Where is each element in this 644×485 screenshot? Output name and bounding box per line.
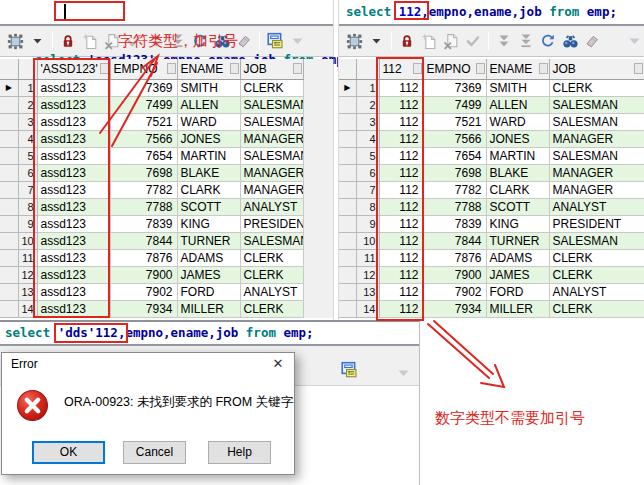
grid-cell[interactable]: 7900 (423, 266, 486, 283)
grid-cell[interactable]: BLAKE (486, 164, 549, 181)
grid-cell[interactable]: CLERK (240, 249, 303, 266)
help-button[interactable]: Help (208, 441, 271, 464)
grid-cell[interactable]: KING (177, 215, 240, 232)
grid-cell[interactable]: JONES (177, 130, 240, 147)
row-number[interactable]: 3 (356, 113, 379, 130)
column-header[interactable]: JOB (240, 59, 303, 79)
grid-cell[interactable]: assd123 (37, 266, 110, 283)
grid-cell[interactable]: 7499 (423, 96, 486, 113)
grid-cell[interactable]: assd123 (37, 249, 110, 266)
grid-cell[interactable]: 7369 (110, 79, 177, 96)
grid-cell[interactable]: SALESMAN (549, 113, 644, 130)
grid-cell[interactable]: 7844 (110, 232, 177, 249)
grid-cell[interactable]: MARTIN (177, 147, 240, 164)
row-number[interactable]: 8 (356, 198, 379, 215)
grid-cell[interactable]: 112 (379, 232, 423, 249)
column-header[interactable]: EMPNO (423, 59, 486, 79)
grid-cell[interactable]: SALESMAN (240, 232, 303, 249)
grid-cell[interactable]: SALESMAN (240, 113, 303, 130)
grid-cell[interactable]: SMITH (177, 79, 240, 96)
grid-cell[interactable]: PRESIDENT (549, 215, 644, 232)
grid-cell[interactable]: 7876 (110, 249, 177, 266)
grid-cell[interactable]: MARTIN (486, 147, 549, 164)
row-number[interactable]: 1 (356, 79, 379, 96)
grid-cell[interactable]: 112 (379, 215, 423, 232)
grid-cell[interactable]: 7566 (423, 130, 486, 147)
find-icon[interactable] (560, 31, 580, 51)
grid-cell[interactable]: 7499 (110, 96, 177, 113)
grid-cell[interactable]: 7654 (110, 147, 177, 164)
grid-cell[interactable]: assd123 (37, 198, 110, 215)
row-number[interactable]: 7 (356, 181, 379, 198)
grid-cell[interactable]: ADAMS (486, 249, 549, 266)
grid-cell[interactable]: CLERK (549, 79, 644, 96)
grid-cell[interactable]: CLERK (240, 300, 303, 317)
grid-cell[interactable]: assd123 (37, 147, 110, 164)
dropdown-icon[interactable] (366, 31, 386, 51)
grid-cell[interactable]: MANAGER (549, 181, 644, 198)
grid-cell[interactable]: 112 (379, 249, 423, 266)
grid-cell[interactable]: assd123 (37, 164, 110, 181)
grid-cell[interactable]: MANAGER (240, 130, 303, 147)
grid-cell[interactable]: TURNER (177, 232, 240, 249)
refresh-icon[interactable] (538, 31, 558, 51)
row-number[interactable]: 5 (18, 147, 37, 164)
grid-cell[interactable]: WARD (486, 113, 549, 130)
grid-cell[interactable]: SALESMAN (549, 96, 644, 113)
grid-cell[interactable]: 7369 (423, 79, 486, 96)
row-number[interactable]: 13 (18, 283, 37, 300)
grid-cell[interactable]: CLARK (177, 181, 240, 198)
grid-cell[interactable]: assd123 (37, 300, 110, 317)
grid-cell[interactable]: WARD (177, 113, 240, 130)
more-dropdown-icon[interactable] (393, 363, 413, 383)
column-header[interactable]: 112 (379, 59, 423, 79)
row-number[interactable]: 14 (356, 300, 379, 317)
eraser-icon[interactable] (582, 31, 602, 51)
grid-cell[interactable]: assd123 (37, 215, 110, 232)
grid-cell[interactable]: 7900 (110, 266, 177, 283)
grid-cell[interactable]: assd123 (37, 96, 110, 113)
grid-cell[interactable]: 7902 (110, 283, 177, 300)
row-number[interactable]: 4 (18, 130, 37, 147)
grid-cell[interactable]: 7698 (423, 164, 486, 181)
grid-cell[interactable]: 112 (379, 283, 423, 300)
column-header[interactable]: ENAME (177, 59, 240, 79)
lock-icon[interactable] (397, 31, 417, 51)
grid-cell[interactable]: 7934 (423, 300, 486, 317)
more-icon[interactable] (624, 31, 644, 51)
column-header[interactable]: 'ASSD123' (37, 59, 110, 79)
close-icon[interactable]: ✕ (262, 353, 294, 375)
fetch-next-icon[interactable] (494, 31, 514, 51)
grid-cell[interactable]: SALESMAN (549, 232, 644, 249)
row-number[interactable]: 4 (356, 130, 379, 147)
grid-cell[interactable]: FORD (177, 283, 240, 300)
grid-cell[interactable]: 112 (379, 266, 423, 283)
delete-page-icon[interactable] (441, 31, 461, 51)
grid-cell[interactable]: 112 (379, 96, 423, 113)
grid-cell[interactable]: SCOTT (177, 198, 240, 215)
grid-cell[interactable]: assd123 (37, 283, 110, 300)
row-number[interactable]: 11 (356, 249, 379, 266)
sql-editor-right[interactable]: select 112,empno,ename,job from emp; (339, 0, 644, 26)
row-number[interactable]: 5 (356, 147, 379, 164)
grid-cell[interactable]: 7844 (423, 232, 486, 249)
row-number[interactable]: 2 (356, 96, 379, 113)
grid-cell[interactable]: assd123 (37, 79, 110, 96)
grid-cell[interactable]: BLAKE (177, 164, 240, 181)
grid-cell[interactable]: 7788 (423, 198, 486, 215)
grid-cell[interactable]: CLERK (240, 79, 303, 96)
grid-cell[interactable]: 112 (379, 79, 423, 96)
grid-cell[interactable]: SMITH (486, 79, 549, 96)
grid-cell[interactable]: CLERK (240, 266, 303, 283)
grid-cell[interactable]: 7782 (423, 181, 486, 198)
row-number[interactable]: 3 (18, 113, 37, 130)
row-number[interactable]: 11 (18, 249, 37, 266)
row-number[interactable]: 9 (356, 215, 379, 232)
grid-cell[interactable]: CLERK (549, 249, 644, 266)
frame-icon[interactable] (344, 31, 364, 51)
grid-cell[interactable]: ADAMS (177, 249, 240, 266)
grid-cell[interactable]: PRESIDENT (240, 215, 303, 232)
grid-cell[interactable]: ANALYST (240, 198, 303, 215)
row-number[interactable]: 1 (18, 79, 37, 96)
grid-cell[interactable]: CLERK (549, 266, 644, 283)
